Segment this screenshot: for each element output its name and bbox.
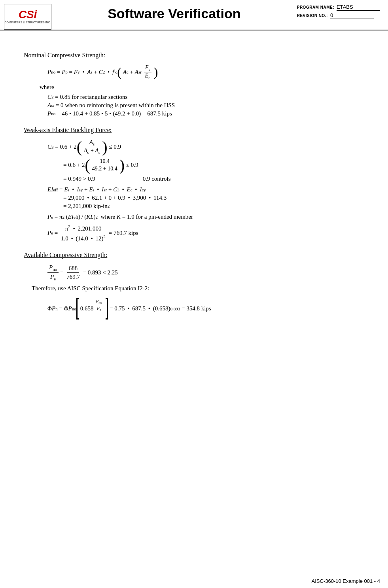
asr-line: Asr = 0 when no reinforcing is present w… (47, 102, 364, 109)
asr-value: = 0 when no reinforcing is present withi… (56, 102, 175, 109)
available-section: Available Compressive Strength: Pno Pe =… (24, 251, 364, 320)
pe-formula1: Pe = π2 (EIeff) / (KL)2 where K = 1.0 fo… (47, 214, 364, 220)
logo-subtext: COMPUTERS & STRUCTURES INC. (4, 21, 51, 24)
footer-line (0, 576, 388, 576)
nominal-title: Nominal Compressive Strength: (24, 52, 364, 59)
ei-formula: EIeff = Es • Isy + Es • Isr + C3 • Ec • … (47, 186, 364, 210)
nominal-section: Nominal Compressive Strength: Pno = Pp =… (24, 52, 364, 117)
logo: CSi COMPUTERS & STRUCTURES INC. (4, 4, 51, 30)
available-title: Available Compressive Strength: (24, 251, 364, 259)
c3-formula: C3 = 0.6 + 2 ( As Ac + As ) ≤ 0.9 = 0.6 … (47, 139, 364, 182)
logo-text: CSi (19, 9, 37, 20)
footer-text: AISC-360-10 Example 001 - 4 (312, 578, 380, 584)
revision-value: 0 (330, 12, 374, 19)
weak-axis-title: Weak-axis Elastic Buckling Force: (24, 127, 364, 134)
nominal-formula: Pno = Pp = Fy • As + C2 • f′c ( Ac + Asr… (47, 64, 364, 80)
phi-formula: ΦPn = ΦPno 0.658 Pno Pe (47, 298, 364, 320)
ratio-formula: Pno Pe = 688 769.7 = 0.893 < 2.25 (47, 264, 364, 281)
revision-label: REVISION NO.: (297, 13, 328, 18)
pe-formula2: Pe = π2 • 2,201,000 1.0 • (14.0 • 12)2 =… (47, 224, 364, 242)
where-text: where (40, 84, 364, 91)
ratio-result: = 0.893 < 2.25 (83, 269, 118, 276)
c2-value: = 0.85 for rectangular sections (55, 94, 127, 100)
therefore-text: Therefore, use AISC Specification Equati… (32, 285, 364, 292)
main-content: Nominal Compressive Strength: Pno = Pp =… (0, 30, 388, 339)
page-title: Software Verification (51, 4, 297, 23)
program-value: ETABS (337, 4, 380, 11)
page-header: CSi COMPUTERS & STRUCTURES INC. Software… (0, 0, 388, 30)
c2-line: C2 = 0.85 for rectangular sections (47, 94, 364, 100)
header-info: PROGRAM NAME: ETABS REVISION NO.: 0 (297, 4, 380, 21)
program-label: PROGRAM NAME: (297, 5, 334, 9)
pno-calc: Pno = 46 • 10.4 + 0.85 • 5 • (49.2 + 0.0… (47, 110, 364, 117)
weak-axis-section: Weak-axis Elastic Buckling Force: C3 = 0… (24, 127, 364, 242)
